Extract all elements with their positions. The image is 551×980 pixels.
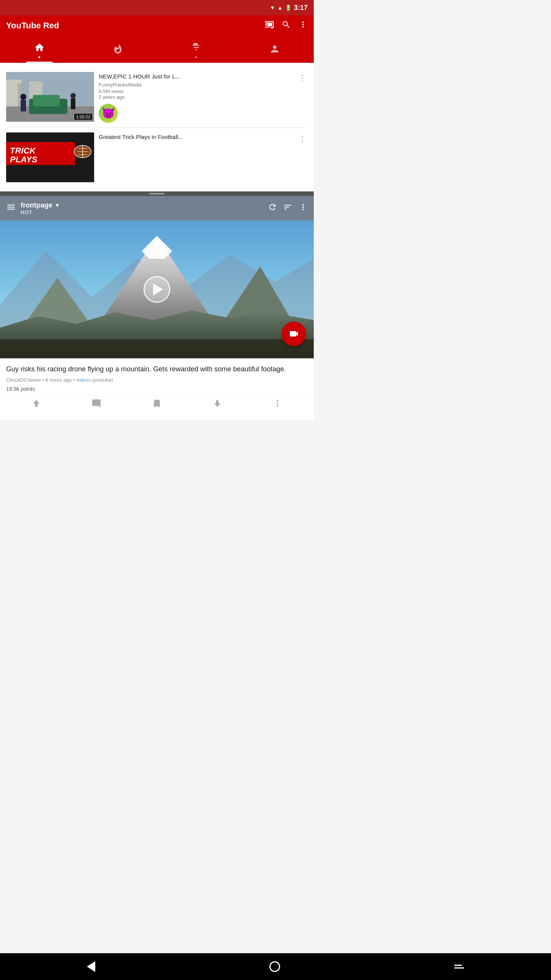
play-button[interactable] xyxy=(143,276,170,303)
post-source: (youtube) xyxy=(92,377,113,383)
subscriptions-dot xyxy=(195,56,197,58)
play-triangle-icon xyxy=(153,283,163,296)
status-time: 3:17 xyxy=(294,4,308,12)
more-icon[interactable] xyxy=(298,20,308,31)
subscriptions-nav-icon xyxy=(191,42,202,55)
video-channel-1: FunnyPranksMedia xyxy=(99,82,292,88)
svg-rect-30 xyxy=(0,339,314,358)
wifi-icon: ▼ xyxy=(270,5,275,11)
signal-icon: ▲ xyxy=(277,5,283,11)
tab-trending[interactable] xyxy=(105,41,131,61)
post-points: 19.5k points xyxy=(6,386,308,392)
thumbnail-scene-2: TRICK PLAYS xyxy=(6,132,94,182)
sort-icon[interactable] xyxy=(283,203,292,214)
downvote-button[interactable] xyxy=(212,399,222,411)
app-bar-actions xyxy=(265,20,308,31)
svg-point-1 xyxy=(197,42,200,45)
video-title-2: Greatest Trick Plays in Football... xyxy=(99,133,292,141)
video-list: 1:02:22 NEW,EPIC 1 HOUR Just for L... Fu… xyxy=(0,63,314,191)
video-duration-1: 1:02:22 xyxy=(74,114,92,120)
subreddit-tag: HOT xyxy=(21,209,60,215)
save-button[interactable] xyxy=(152,399,162,411)
account-nav-icon xyxy=(269,44,280,57)
refresh-icon[interactable] xyxy=(268,203,277,214)
app-bar: YouTube Red xyxy=(0,15,314,36)
cast-icon[interactable] xyxy=(265,20,274,31)
status-bar: ▼ ▲ 🔋 3:17 xyxy=(0,0,314,15)
reddit-bar-right xyxy=(268,203,308,214)
post-category: videos xyxy=(76,377,91,383)
svg-point-9 xyxy=(20,94,26,100)
post-author: ChuckDCheese xyxy=(6,377,41,383)
video-more-2[interactable]: ⋮ xyxy=(297,132,308,145)
video-thumbnail-2[interactable]: TRICK PLAYS xyxy=(6,132,94,182)
post-time: 6 hours ago xyxy=(46,377,72,383)
video-item-1[interactable]: 1:02:22 NEW,EPIC 1 HOUR Just for L... Fu… xyxy=(0,67,314,127)
tab-subscriptions[interactable] xyxy=(183,39,209,63)
video-item-2[interactable]: TRICK PLAYS Greatest Trick Plays in Foot… xyxy=(0,128,314,187)
comment-button[interactable] xyxy=(91,399,101,411)
tab-account[interactable] xyxy=(262,41,288,61)
home-nav-icon xyxy=(34,42,45,55)
video-info-2: Greatest Trick Plays in Football... xyxy=(99,132,292,142)
upvote-button[interactable] xyxy=(31,399,41,411)
scroll-indicator xyxy=(149,193,165,194)
post-meta: ChuckDCheese • 6 hours ago • videos (you… xyxy=(6,377,308,383)
trending-nav-icon xyxy=(112,44,123,57)
hamburger-icon[interactable] xyxy=(6,202,16,214)
video-title-1: NEW,EPIC 1 HOUR Just for L... xyxy=(99,73,292,80)
avatar-image-1: 😈 xyxy=(99,104,118,123)
mountain-post: Guy risks his racing drone flying up a m… xyxy=(0,220,314,420)
svg-rect-12 xyxy=(71,98,75,109)
svg-text:PLAYS: PLAYS xyxy=(10,155,37,164)
svg-rect-8 xyxy=(33,95,60,106)
app-title: YouTube Red xyxy=(6,21,59,31)
video-views-1: 8.5M views xyxy=(99,88,292,94)
post-title: Guy risks his racing drone flying up a m… xyxy=(6,364,308,374)
subreddit-info: frontpage ▼ HOT xyxy=(21,201,60,215)
svg-rect-10 xyxy=(21,100,26,111)
dropdown-arrow-icon: ▼ xyxy=(55,202,60,208)
post-separator-1: • xyxy=(42,377,46,383)
fab-record-button[interactable] xyxy=(282,322,306,346)
status-icons: ▼ ▲ 🔋 3:17 xyxy=(270,4,308,12)
reddit-bar: frontpage ▼ HOT xyxy=(0,196,314,220)
video-more-1[interactable]: ⋮ xyxy=(297,72,308,84)
subreddit-name[interactable]: frontpage ▼ xyxy=(21,201,60,209)
tab-home[interactable] xyxy=(26,39,52,63)
tab-active-indicator xyxy=(38,56,40,58)
video-age-1: 2 years ago xyxy=(99,94,292,100)
mountain-image[interactable] xyxy=(0,220,314,358)
battery-icon: 🔋 xyxy=(285,5,292,11)
reddit-more-icon[interactable] xyxy=(298,203,308,214)
post-content: Guy risks his racing drone flying up a m… xyxy=(0,358,314,420)
video-thumbnail-1[interactable]: 1:02:22 xyxy=(6,72,94,122)
svg-text:TRICK: TRICK xyxy=(10,146,36,155)
reddit-bar-left: frontpage ▼ HOT xyxy=(6,201,60,215)
search-icon[interactable] xyxy=(282,20,291,31)
post-actions xyxy=(6,395,308,414)
channel-avatar-1: 😈 xyxy=(99,104,292,123)
post-more-button[interactable] xyxy=(272,399,282,411)
video-info-1: NEW,EPIC 1 HOUR Just for L... FunnyPrank… xyxy=(99,72,292,123)
svg-point-11 xyxy=(70,93,76,98)
navigation-tabs xyxy=(0,36,314,63)
